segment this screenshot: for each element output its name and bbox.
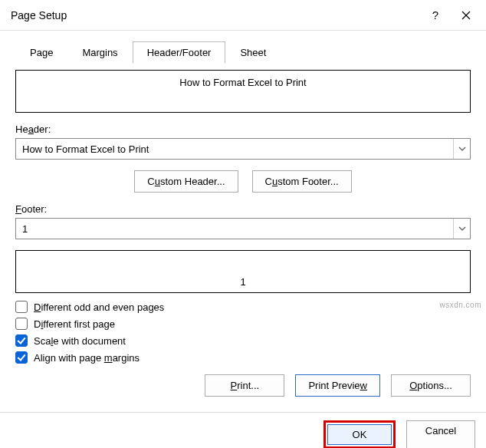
custom-footer-button[interactable]: Custom Footer... <box>252 170 352 193</box>
options-button[interactable]: Options... <box>391 374 471 397</box>
header-label: Header: <box>15 124 471 135</box>
chevron-down-icon <box>458 147 466 151</box>
tab-page[interactable]: Page <box>15 41 67 64</box>
header-preview: How to Format Excel to Print <box>15 70 471 113</box>
help-button[interactable]: ? <box>420 0 451 31</box>
footer-select-caret[interactable] <box>453 219 470 239</box>
title-bar: Page Setup ? <box>0 0 486 31</box>
checkbox-icon <box>15 334 28 347</box>
check-diff-odd-even[interactable]: Different odd and even pages <box>15 301 471 313</box>
footer-select[interactable]: 1 <box>15 218 471 239</box>
footer-preview: 1 <box>15 250 471 293</box>
header-preview-text: How to Format Excel to Print <box>179 77 306 88</box>
footer-label: Footer: <box>15 203 471 215</box>
close-icon <box>461 11 471 20</box>
chevron-down-icon <box>458 226 466 231</box>
print-button[interactable]: Print... <box>205 374 284 397</box>
ok-button[interactable]: OK <box>327 424 392 445</box>
footer-preview-text: 1 <box>240 276 245 288</box>
dialog-title: Page Setup <box>11 9 420 21</box>
checkbox-group: Different odd and even pages Different f… <box>15 301 471 364</box>
dialog-footer: OK Cancel <box>0 412 486 448</box>
check-label: Different first page <box>34 318 115 330</box>
header-select-caret[interactable] <box>453 139 470 159</box>
checkbox-icon <box>15 351 28 364</box>
custom-buttons-row: Custom Header... Custom Footer... <box>15 170 471 193</box>
header-select[interactable]: How to Format Excel to Print <box>15 138 471 160</box>
check-scale-doc[interactable]: Scale with document <box>15 334 471 347</box>
check-diff-first[interactable]: Different first page <box>15 318 471 330</box>
tab-header-footer[interactable]: Header/Footer <box>133 41 226 64</box>
header-select-value: How to Format Excel to Print <box>16 143 453 155</box>
tab-margins[interactable]: Margins <box>67 41 132 64</box>
check-align-margins[interactable]: Align with page margins <box>15 351 471 364</box>
dialog-content: Page Margins Header/Footer Sheet How to … <box>0 31 486 404</box>
check-label: Align with page margins <box>34 352 140 364</box>
watermark: wsxdn.com <box>439 301 481 309</box>
checkbox-icon <box>15 318 28 330</box>
check-label: Scale with document <box>34 335 126 347</box>
close-button[interactable] <box>451 0 481 31</box>
checkbox-icon <box>15 301 28 313</box>
action-row: Print... Print Preview Options... <box>15 374 471 397</box>
cancel-button[interactable]: Cancel <box>406 420 475 448</box>
custom-header-button[interactable]: Custom Header... <box>134 170 238 193</box>
check-label: Different odd and even pages <box>34 301 164 313</box>
tab-bar: Page Margins Header/Footer Sheet <box>15 41 471 64</box>
ok-highlight: OK <box>323 420 396 448</box>
print-preview-button[interactable]: Print Preview <box>295 374 380 397</box>
tab-sheet[interactable]: Sheet <box>225 41 281 64</box>
footer-select-value: 1 <box>16 223 453 235</box>
